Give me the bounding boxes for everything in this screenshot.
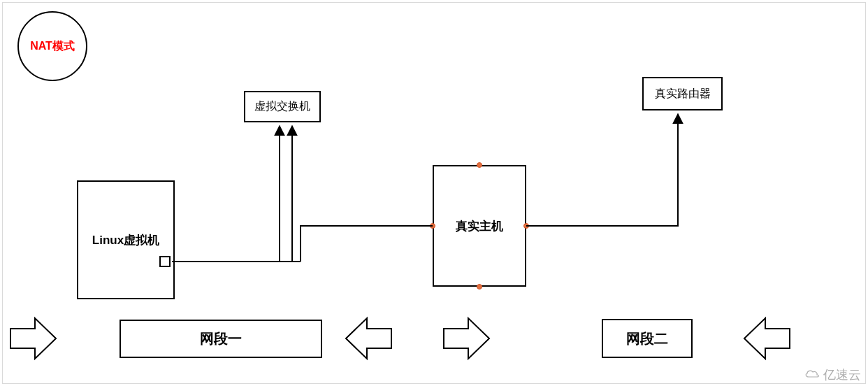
host-label: 真实主机 bbox=[456, 218, 503, 234]
title-circle: NAT模式 bbox=[17, 11, 87, 81]
node-router: 真实路由器 bbox=[642, 77, 723, 110]
segment-two-label: 网段二 bbox=[626, 329, 668, 348]
router-label: 真实路由器 bbox=[655, 87, 711, 101]
connection-dot-bottom bbox=[477, 284, 482, 290]
segment-one-label: 网段一 bbox=[200, 329, 242, 348]
node-vswitch: 虚拟交换机 bbox=[244, 91, 321, 122]
watermark-label: 亿速云 bbox=[823, 366, 861, 383]
segment-one-box: 网段一 bbox=[120, 320, 322, 358]
title-label: NAT模式 bbox=[30, 39, 75, 54]
connection-dot-right bbox=[523, 223, 529, 229]
connection-dot-top bbox=[477, 162, 482, 168]
vswitch-label: 虚拟交换机 bbox=[254, 99, 310, 114]
vm-port-icon bbox=[159, 256, 171, 267]
node-vm: Linux虚拟机 bbox=[77, 180, 175, 299]
cloud-icon bbox=[804, 367, 820, 383]
node-host: 真实主机 bbox=[433, 165, 526, 287]
connection-dot-left bbox=[430, 223, 435, 229]
watermark: 亿速云 bbox=[804, 366, 861, 383]
segment-two-box: 网段二 bbox=[602, 319, 693, 358]
vm-label: Linux虚拟机 bbox=[92, 232, 159, 248]
